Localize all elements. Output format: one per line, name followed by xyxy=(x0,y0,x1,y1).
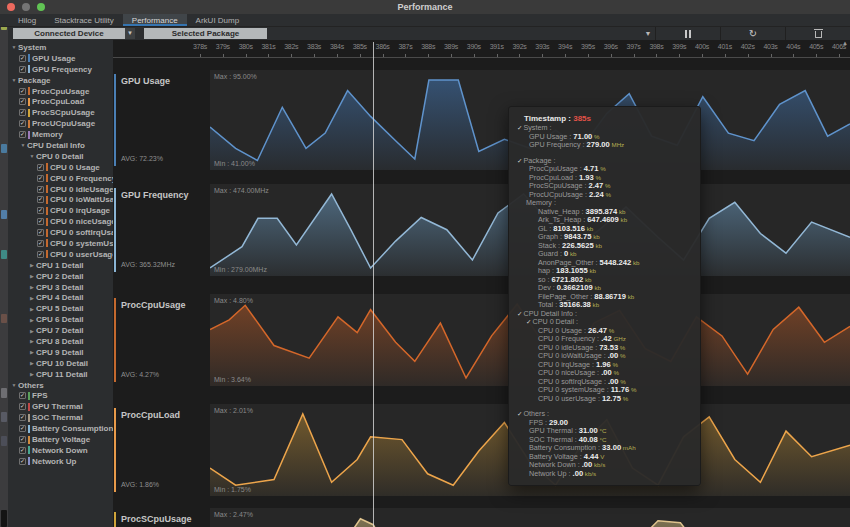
collapse-arrow-icon[interactable]: ▼ xyxy=(10,77,18,83)
desktop-icon-fragment xyxy=(1,314,7,323)
expand-arrow-icon[interactable]: ▶ xyxy=(28,273,36,279)
sidebar-item-cpu-7-detail[interactable]: ▶CPU 7 Detail xyxy=(8,325,113,336)
sidebar-item-cpu-9-detail[interactable]: ▶CPU 9 Detail xyxy=(8,347,113,358)
sidebar-item-cpu-4-detail[interactable]: ▶CPU 4 Detail xyxy=(8,292,113,303)
connected-device-dropdown[interactable]: Connected Device xyxy=(13,28,125,39)
sidebar-item-cpu-0-idleusage[interactable]: ✓CPU 0 idleUsage xyxy=(8,184,113,195)
checkbox[interactable]: ✓ xyxy=(19,88,26,95)
sidebar-item-gpu-thermal[interactable]: ✓GPU Thermal xyxy=(8,401,113,412)
expand-arrow-icon[interactable]: ▶ xyxy=(28,328,36,334)
timeline-tick xyxy=(656,54,657,57)
sidebar-item-cpu-0-systemusage[interactable]: ✓CPU 0 systemUsage xyxy=(8,238,113,249)
sidebar-item-gpu-usage[interactable]: ✓GPU Usage xyxy=(8,53,113,64)
checkbox[interactable]: ✓ xyxy=(19,447,26,454)
expand-arrow-icon[interactable]: ▶ xyxy=(28,360,36,366)
sidebar-item-cpu-0-userusage[interactable]: ✓CPU 0 userUsage xyxy=(8,249,113,260)
sidebar-item-others[interactable]: ▼Others xyxy=(8,380,113,391)
tab-stacktrace-utility[interactable]: Stacktrace Utility xyxy=(45,14,123,26)
sidebar-item-system[interactable]: ▼System xyxy=(8,42,113,53)
checkbox[interactable]: ✓ xyxy=(19,436,26,443)
sidebar-item-cpu-8-detail[interactable]: ▶CPU 8 Detail xyxy=(8,336,113,347)
sidebar-item-gpu-frequency[interactable]: ✓GPU Frequency xyxy=(8,64,113,75)
sidebar-item-cpu-0-niceusage[interactable]: ✓CPU 0 niceUsage xyxy=(8,216,113,227)
sidebar-item-cpu-10-detail[interactable]: ▶CPU 10 Detail xyxy=(8,358,113,369)
collapse-arrow-icon[interactable]: ▼ xyxy=(28,153,36,159)
sidebar-item-cpu-1-detail[interactable]: ▶CPU 1 Detail xyxy=(8,260,113,271)
scroll-up-icon[interactable]: ▲ xyxy=(842,40,848,46)
sidebar-item-memory[interactable]: ✓Memory xyxy=(8,129,113,140)
sidebar-item-cpu-0-iowaitusage[interactable]: ✓CPU 0 ioWaitUsage xyxy=(8,194,113,205)
sidebar-item-proccpuload[interactable]: ✓ProcCpuLoad xyxy=(8,96,113,107)
chart-plot[interactable]: Max : 2.47% xyxy=(210,508,850,527)
expand-arrow-icon[interactable]: ▶ xyxy=(28,349,36,355)
checkbox[interactable]: ✓ xyxy=(19,98,26,105)
checkbox[interactable]: ✓ xyxy=(19,120,26,127)
sidebar-item-cpu-6-detail[interactable]: ▶CPU 6 Detail xyxy=(8,314,113,325)
chevron-down-icon[interactable]: ▼ xyxy=(641,27,655,40)
sidebar-item-cpu-0-irqusage[interactable]: ✓CPU 0 irqUsage xyxy=(8,205,113,216)
sidebar-item-fps[interactable]: ✓FPS xyxy=(8,391,113,402)
checkbox[interactable]: ✓ xyxy=(37,218,44,225)
checkbox[interactable]: ✓ xyxy=(37,240,44,247)
tab-performance[interactable]: Performance xyxy=(123,14,187,26)
expand-arrow-icon[interactable]: ▶ xyxy=(28,371,36,377)
timeline-ruler[interactable]: 378s379s380s381s382s383s384s385s386s387s… xyxy=(113,38,850,58)
checkbox[interactable]: ✓ xyxy=(37,229,44,236)
expand-arrow-icon[interactable]: ▶ xyxy=(28,284,36,290)
sidebar-item-procucpuusage[interactable]: ✓ProcUCpuUsage xyxy=(8,118,113,129)
sidebar-item-proccpuusage[interactable]: ✓ProcCpuUsage xyxy=(8,86,113,97)
sidebar-item-network-down[interactable]: ✓Network Down xyxy=(8,445,113,456)
sidebar-item-cpu-0-usage[interactable]: ✓CPU 0 Usage xyxy=(8,162,113,173)
checkbox[interactable]: ✓ xyxy=(19,66,26,73)
sidebar-item-cpu-0-softirqusage[interactable]: ✓CPU 0 softIrqUsage xyxy=(8,227,113,238)
pause-button[interactable] xyxy=(655,27,720,40)
sidebar-item-package[interactable]: ▼Package xyxy=(8,75,113,86)
timeline-tick xyxy=(679,54,680,57)
expand-arrow-icon[interactable]: ▶ xyxy=(28,338,36,344)
tab-arkui-dump[interactable]: ArkUI Dump xyxy=(187,14,249,26)
checkbox[interactable]: ✓ xyxy=(19,392,26,399)
checkbox[interactable]: ✓ xyxy=(19,109,26,116)
checkbox[interactable]: ✓ xyxy=(37,251,44,258)
sidebar-item-battery-voltage[interactable]: ✓Battery Voltage xyxy=(8,434,113,445)
checkbox[interactable]: ✓ xyxy=(37,207,44,214)
sidebar-item-soc-thermal[interactable]: ✓SOC Thermal xyxy=(8,412,113,423)
sidebar-item-cpu-0-frequency[interactable]: ✓CPU 0 Frequency xyxy=(8,173,113,184)
checkbox[interactable]: ✓ xyxy=(37,186,44,193)
metric-color-bar xyxy=(28,457,30,465)
collapse-arrow-icon[interactable]: ▼ xyxy=(19,142,27,148)
expand-arrow-icon[interactable]: ▶ xyxy=(28,295,36,301)
refresh-button[interactable]: ↻ xyxy=(720,27,785,40)
sidebar-item-network-up[interactable]: ✓Network Up xyxy=(8,456,113,467)
sidebar-item-battery-consumption[interactable]: ✓Battery Consumption xyxy=(8,423,113,434)
checkbox[interactable]: ✓ xyxy=(37,175,44,182)
checkbox[interactable]: ✓ xyxy=(19,458,26,465)
checkbox[interactable]: ✓ xyxy=(19,425,26,432)
timeline-tick-label: 395s xyxy=(576,43,600,50)
sidebar-item-cpu-3-detail[interactable]: ▶CPU 3 Detail xyxy=(8,282,113,293)
checkbox[interactable]: ✓ xyxy=(19,414,26,421)
sidebar-item-cpu-2-detail[interactable]: ▶CPU 2 Detail xyxy=(8,271,113,282)
sidebar-item-cpu-11-detail[interactable]: ▶CPU 11 Detail xyxy=(8,369,113,380)
sidebar-item-procscpuusage[interactable]: ✓ProcSCpuUsage xyxy=(8,107,113,118)
checkbox[interactable]: ✓ xyxy=(19,403,26,410)
collapse-arrow-icon[interactable]: ▼ xyxy=(10,44,18,50)
sidebar-item-cpu-5-detail[interactable]: ▶CPU 5 Detail xyxy=(8,303,113,314)
clear-button[interactable] xyxy=(785,27,850,40)
expand-arrow-icon[interactable]: ▶ xyxy=(28,262,36,268)
chevron-down-icon[interactable]: ▼ xyxy=(125,28,135,39)
tab-hilog[interactable]: Hilog xyxy=(9,14,45,26)
sidebar-item-label: CPU 0 systemUsage xyxy=(50,239,113,248)
tooltip-unit: MHz xyxy=(610,141,624,148)
checkbox[interactable]: ✓ xyxy=(37,164,44,171)
sidebar-item-cpu-0-detail[interactable]: ▼CPU 0 Detail xyxy=(8,151,113,162)
checkbox[interactable]: ✓ xyxy=(19,131,26,138)
collapse-arrow-icon[interactable]: ▼ xyxy=(10,382,18,388)
expand-arrow-icon[interactable]: ▶ xyxy=(28,317,36,323)
cursor-line[interactable] xyxy=(373,42,374,527)
sidebar-item-cpu-detail-info[interactable]: ▼CPU Detail Info xyxy=(8,140,113,151)
checkbox[interactable]: ✓ xyxy=(19,55,26,62)
checkbox[interactable]: ✓ xyxy=(37,196,44,203)
selected-package-dropdown[interactable]: Selected Package xyxy=(144,28,267,39)
expand-arrow-icon[interactable]: ▶ xyxy=(28,306,36,312)
